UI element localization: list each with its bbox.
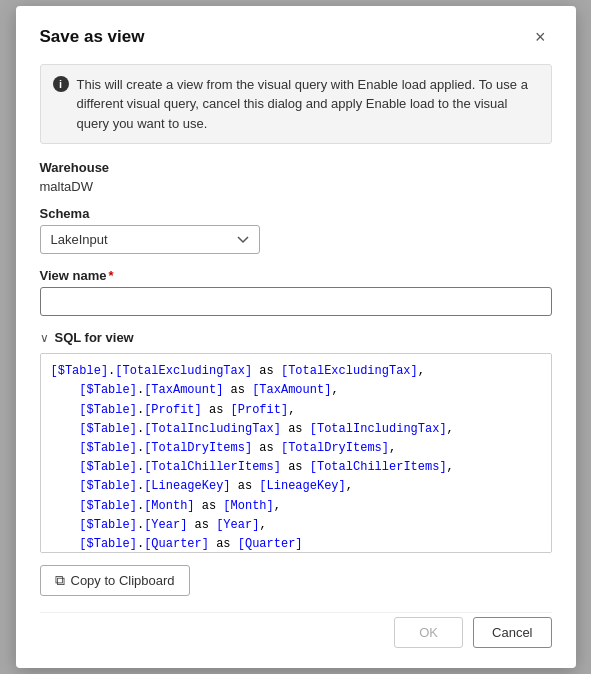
chevron-down-icon: ∨ [40,331,49,345]
sql-section-header[interactable]: ∨ SQL for view [40,330,552,345]
sql-line: [$Table].[LineageKey] as [LineageKey], [51,477,541,496]
schema-select[interactable]: LakeInput dbo staging [40,225,260,254]
sql-line: [$Table].[TaxAmount] as [TaxAmount], [51,381,541,400]
dialog-footer: OK Cancel [40,612,552,648]
view-name-input[interactable] [40,287,552,316]
sql-line: [$Table].[Year] as [Year], [51,516,541,535]
copy-button-label: Copy to Clipboard [71,573,175,588]
info-icon: i [53,76,69,92]
sql-line: [$Table].[TotalExcludingTax] as [TotalEx… [51,362,541,381]
dialog-overlay: Save as view × i This will create a view… [0,0,591,674]
view-name-label: View name* [40,268,552,283]
required-star: * [108,268,113,283]
sql-code-box[interactable]: [$Table].[TotalExcludingTax] as [TotalEx… [40,353,552,553]
sql-section-label: SQL for view [55,330,134,345]
warehouse-label: Warehouse [40,160,552,175]
sql-line: [$Table].[Month] as [Month], [51,497,541,516]
sql-line: [$Table].[Profit] as [Profit], [51,401,541,420]
sql-line: [$Table].[Quarter] as [Quarter] [51,535,541,553]
cancel-button[interactable]: Cancel [473,617,551,648]
sql-line: [$Table].[TotalDryItems] as [TotalDryIte… [51,439,541,458]
schema-label: Schema [40,206,552,221]
sql-line: [$Table].[TotalIncludingTax] as [TotalIn… [51,420,541,439]
dialog-title: Save as view [40,27,145,47]
copy-icon: ⧉ [55,572,65,589]
ok-button[interactable]: OK [394,617,463,648]
dialog-header: Save as view × [40,26,552,48]
sql-line: [$Table].[TotalChillerItems] as [TotalCh… [51,458,541,477]
copy-to-clipboard-button[interactable]: ⧉ Copy to Clipboard [40,565,190,596]
close-button[interactable]: × [529,26,552,48]
info-box: i This will create a view from the visua… [40,64,552,145]
info-message: This will create a view from the visual … [77,75,539,134]
save-as-view-dialog: Save as view × i This will create a view… [16,6,576,669]
warehouse-value: maltaDW [40,179,552,194]
